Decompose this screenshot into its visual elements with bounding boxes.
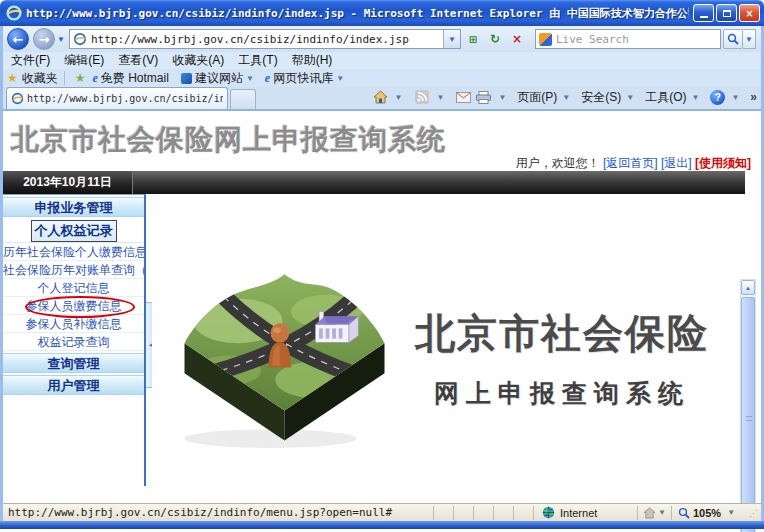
scroll-up-button[interactable]: ▲: [741, 280, 755, 295]
logo-title-line1: 北京市社会保险: [397, 306, 727, 361]
page-title: 北京市社会保险网上申报查询系统: [11, 121, 446, 159]
search-options-dropdown[interactable]: ▼: [743, 29, 756, 49]
sidebar-item-historical-payment-statement[interactable]: 历年社会保险个人缴费信息对账单(: [3, 243, 144, 261]
sidebar-selected-row: 个人权益记录: [3, 219, 144, 243]
minimize-icon: [700, 16, 708, 18]
refresh-icon: ↻: [490, 32, 500, 46]
page-menu-dropdown-icon: ▼: [562, 93, 570, 102]
zoom-dropdown-icon: ▼: [727, 508, 735, 517]
printer-icon: [476, 91, 491, 104]
favorites-star-icon[interactable]: ★: [7, 71, 18, 85]
back-button[interactable]: ←: [7, 28, 29, 50]
frameset: 申报业务管理 个人权益记录 历年社会保险个人缴费信息对账单( 社会保险历年对账单…: [3, 194, 761, 486]
compatibility-view-button[interactable]: ⊞: [463, 29, 483, 49]
tools-menu-label: 工具(O): [645, 89, 686, 106]
tab-favicon-icon: [11, 92, 24, 105]
favorite-hotmail[interactable]: 免费 Hotmail: [101, 70, 169, 87]
menu-favorites[interactable]: 收藏夹(A): [172, 52, 224, 69]
menu-file[interactable]: 文件(F): [11, 52, 50, 69]
new-tab-button[interactable]: [230, 89, 256, 109]
feeds-dropdown[interactable]: ▼: [436, 93, 444, 102]
restore-icon: [723, 10, 731, 17]
search-icon: [727, 33, 739, 45]
active-tab-label: http://www.bjrbj.gov.cn/csibiz/indinfo/i…: [27, 93, 223, 104]
address-dropdown[interactable]: ▼: [443, 30, 460, 48]
minimize-button[interactable]: [693, 4, 714, 22]
search-input[interactable]: Live Search: [535, 29, 721, 49]
web-slices-dropdown[interactable]: ▼: [336, 74, 344, 83]
tools-menu-button[interactable]: 工具(O)▼: [645, 89, 707, 106]
menu-edit[interactable]: 编辑(E): [64, 52, 104, 69]
logout-link[interactable]: [退出]: [661, 156, 692, 170]
sidebar-item-rights-record-query[interactable]: 权益记录查询: [3, 333, 144, 351]
menu-help[interactable]: 帮助(H): [292, 52, 333, 69]
title-bar[interactable]: http://www.bjrbj.gov.cn/csibiz/indinfo/i…: [0, 0, 764, 26]
sidebar-item-personal-rights-record[interactable]: 个人权益记录: [31, 220, 117, 242]
sidebar-item-insured-payment-info[interactable]: 参保人员缴费信息: [3, 297, 144, 315]
resize-grip[interactable]: ⋰: [749, 508, 759, 518]
add-favorite-icon[interactable]: ★: [75, 71, 86, 85]
usage-notice-link[interactable]: [使用须知]: [695, 156, 751, 170]
hotmail-favicon-icon: e: [93, 71, 98, 86]
read-mail-button[interactable]: [455, 89, 472, 106]
window-border-bottom: [0, 521, 764, 529]
help-button[interactable]: ?: [710, 90, 725, 105]
address-bar-input[interactable]: http://www.bjrbj.gov.cn/csibiz/indinfo/i…: [69, 29, 461, 49]
sidebar-menu: 申报业务管理 个人权益记录 历年社会保险个人缴费信息对账单( 社会保险历年对账单…: [3, 194, 146, 486]
sidebar-section-user-management[interactable]: 用户管理: [3, 375, 144, 395]
stop-button[interactable]: ×: [507, 29, 527, 49]
forward-button[interactable]: →: [33, 28, 55, 50]
safety-menu-label: 安全(S): [581, 89, 621, 106]
active-tab[interactable]: http://www.bjrbj.gov.cn/csibiz/indinfo/i…: [6, 87, 228, 109]
page-menu-label: 页面(P): [517, 89, 557, 106]
sidebar-section-query-management[interactable]: 查询管理: [3, 353, 144, 373]
sidebar-item-insured-supplementary-payment-info[interactable]: 参保人员补缴信息: [3, 315, 144, 333]
main-frame: 北京市社会保险 网上申报查询系统: [152, 194, 738, 486]
refresh-button[interactable]: ↻: [485, 29, 505, 49]
page-menu-button[interactable]: 页面(P)▼: [517, 89, 578, 106]
mail-icon: [456, 92, 471, 103]
internet-globe-icon: [542, 506, 555, 519]
print-button[interactable]: [475, 89, 492, 106]
favorite-suggested-sites[interactable]: 建议网站: [195, 70, 243, 87]
recent-pages-dropdown[interactable]: ▼: [57, 35, 65, 44]
menu-tools[interactable]: 工具(T): [238, 52, 277, 69]
greeting-text: 用户，欢迎您！: [516, 156, 600, 170]
search-go-button[interactable]: [723, 29, 743, 49]
favorite-web-slices[interactable]: 网页快讯库: [273, 70, 333, 87]
status-cell: [493, 506, 513, 520]
zoom-level-value: 105%: [693, 507, 721, 519]
print-dropdown[interactable]: ▼: [498, 93, 506, 102]
sidebar-item-historical-statement-query[interactable]: 社会保险历年对账单查询（四险: [3, 261, 144, 279]
page-content: 北京市社会保险网上申报查询系统 用户，欢迎您！ [返回首页] [退出] [使用须…: [3, 111, 761, 503]
suggested-sites-dropdown[interactable]: ▼: [246, 74, 254, 83]
sidebar-section-declare-business[interactable]: 申报业务管理: [3, 197, 144, 217]
protected-mode-button[interactable]: ▼: [637, 506, 671, 520]
zoom-magnifier-icon: [678, 507, 690, 519]
safety-menu-button[interactable]: 安全(S)▼: [581, 89, 642, 106]
home-dropdown[interactable]: ▼: [395, 93, 403, 102]
home-page-link[interactable]: [返回首页]: [603, 156, 658, 170]
date-bar: 2013年10月11日: [3, 171, 745, 194]
home-button[interactable]: [372, 89, 389, 106]
protected-mode-dropdown-icon: ▼: [658, 508, 666, 517]
protected-mode-icon: [643, 507, 656, 519]
stop-icon: ×: [512, 32, 522, 46]
zoom-control[interactable]: 105% ▼: [671, 506, 745, 520]
sidebar-item-personal-registration-info[interactable]: 个人登记信息: [3, 279, 144, 297]
help-dropdown[interactable]: ▼: [731, 93, 739, 102]
vertical-scroll-thumb[interactable]: [741, 297, 755, 532]
main-vertical-scrollbar[interactable]: ▲ ▼: [740, 279, 756, 532]
restore-button[interactable]: [716, 4, 737, 22]
status-link-url: http://www.bjrbj.gov.cn/csibiz/indinfo/m…: [3, 506, 433, 519]
ie-logo-icon: [6, 5, 22, 21]
status-bar: http://www.bjrbj.gov.cn/csibiz/indinfo/m…: [3, 503, 761, 521]
command-overflow-chevron[interactable]: »: [750, 90, 757, 104]
favorites-button[interactable]: 收藏夹: [22, 70, 58, 87]
zone-label: Internet: [560, 507, 597, 519]
safety-menu-dropdown-icon: ▼: [626, 93, 634, 102]
menu-view[interactable]: 查看(V): [118, 52, 158, 69]
status-cell: [433, 506, 453, 520]
close-button[interactable]: ×: [739, 4, 760, 22]
feeds-button[interactable]: [413, 89, 430, 106]
